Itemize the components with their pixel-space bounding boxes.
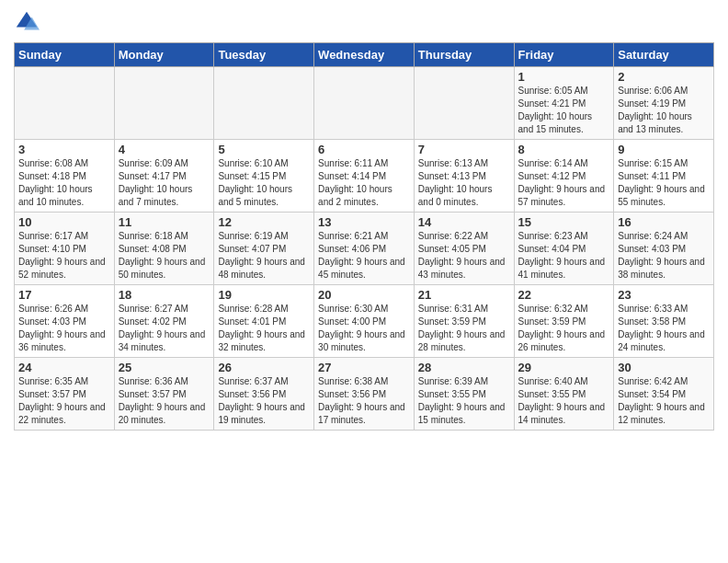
logo-icon: [14, 9, 40, 35]
calendar-cell: 9 Sunrise: 6:15 AMSunset: 4:11 PMDayligh…: [614, 140, 714, 213]
day-info: Sunrise: 6:24 AMSunset: 4:03 PMDaylight:…: [618, 230, 710, 282]
calendar-cell: 13 Sunrise: 6:21 AMSunset: 4:06 PMDaylig…: [314, 213, 415, 285]
day-info: Sunrise: 6:33 AMSunset: 3:58 PMDaylight:…: [618, 303, 710, 354]
day-info: Sunrise: 6:36 AMSunset: 3:57 PMDaylight:…: [119, 375, 210, 427]
calendar-cell: 15 Sunrise: 6:23 AMSunset: 4:04 PMDaylig…: [514, 213, 614, 285]
day-info: Sunrise: 6:08 AMSunset: 4:18 PMDaylight:…: [18, 157, 110, 209]
calendar-cell: 28 Sunrise: 6:39 AMSunset: 3:55 PMDaylig…: [414, 358, 514, 431]
day-number: 24: [18, 361, 110, 374]
calendar-cell: 16 Sunrise: 6:24 AMSunset: 4:03 PMDaylig…: [614, 213, 714, 285]
day-info: Sunrise: 6:22 AMSunset: 4:05 PMDaylight:…: [418, 230, 510, 282]
day-number: 2: [618, 70, 710, 84]
day-info: Sunrise: 6:37 AMSunset: 3:56 PMDaylight:…: [218, 375, 310, 427]
calendar-table: SundayMondayTuesdayWednesdayThursdayFrid…: [14, 42, 714, 431]
day-number: 30: [618, 361, 710, 374]
day-info: Sunrise: 6:30 AMSunset: 4:00 PMDaylight:…: [318, 303, 410, 354]
calendar-cell: 18 Sunrise: 6:27 AMSunset: 4:02 PMDaylig…: [114, 285, 214, 358]
day-info: Sunrise: 6:17 AMSunset: 4:10 PMDaylight:…: [18, 230, 110, 282]
day-number: 19: [218, 288, 310, 302]
calendar-cell: 4 Sunrise: 6:09 AMSunset: 4:17 PMDayligh…: [114, 140, 214, 213]
calendar-cell: 14 Sunrise: 6:22 AMSunset: 4:05 PMDaylig…: [414, 213, 514, 285]
header-row: SundayMondayTuesdayWednesdayThursdayFrid…: [15, 43, 714, 67]
calendar-cell: 8 Sunrise: 6:14 AMSunset: 4:12 PMDayligh…: [514, 140, 614, 213]
calendar-cell: 24 Sunrise: 6:35 AMSunset: 3:57 PMDaylig…: [15, 358, 115, 431]
day-number: 9: [618, 143, 710, 156]
calendar-cell: 20 Sunrise: 6:30 AMSunset: 4:00 PMDaylig…: [314, 285, 415, 358]
day-number: 8: [518, 143, 610, 156]
day-number: 10: [18, 215, 110, 229]
day-info: Sunrise: 6:13 AMSunset: 4:13 PMDaylight:…: [418, 157, 510, 209]
calendar-cell: [314, 67, 415, 140]
day-info: Sunrise: 6:42 AMSunset: 3:54 PMDaylight:…: [618, 375, 710, 427]
day-info: Sunrise: 6:11 AMSunset: 4:14 PMDaylight:…: [318, 157, 410, 209]
calendar-week-row: 10 Sunrise: 6:17 AMSunset: 4:10 PMDaylig…: [15, 213, 714, 285]
calendar-cell: 29 Sunrise: 6:40 AMSunset: 3:55 PMDaylig…: [514, 358, 614, 431]
day-number: 28: [418, 361, 510, 374]
weekday-header: Monday: [114, 43, 214, 67]
day-info: Sunrise: 6:27 AMSunset: 4:02 PMDaylight:…: [119, 303, 210, 354]
day-number: 7: [418, 143, 510, 156]
day-number: 21: [418, 288, 510, 302]
calendar-cell: 3 Sunrise: 6:08 AMSunset: 4:18 PMDayligh…: [15, 140, 115, 213]
day-info: Sunrise: 6:14 AMSunset: 4:12 PMDaylight:…: [518, 157, 610, 209]
calendar-cell: 7 Sunrise: 6:13 AMSunset: 4:13 PMDayligh…: [414, 140, 514, 213]
day-info: Sunrise: 6:05 AMSunset: 4:21 PMDaylight:…: [518, 85, 610, 136]
weekday-header: Friday: [514, 43, 614, 67]
calendar-week-row: 1 Sunrise: 6:05 AMSunset: 4:21 PMDayligh…: [15, 67, 714, 140]
day-info: Sunrise: 6:38 AMSunset: 3:56 PMDaylight:…: [318, 375, 410, 427]
calendar-cell: [114, 67, 214, 140]
header: [14, 9, 714, 35]
day-number: 23: [618, 288, 710, 302]
weekday-header: Thursday: [414, 43, 514, 67]
calendar-week-row: 3 Sunrise: 6:08 AMSunset: 4:18 PMDayligh…: [15, 140, 714, 213]
day-number: 18: [119, 288, 210, 302]
day-number: 25: [119, 361, 210, 374]
day-info: Sunrise: 6:23 AMSunset: 4:04 PMDaylight:…: [518, 230, 610, 282]
calendar-cell: 1 Sunrise: 6:05 AMSunset: 4:21 PMDayligh…: [514, 67, 614, 140]
calendar-cell: 30 Sunrise: 6:42 AMSunset: 3:54 PMDaylig…: [614, 358, 714, 431]
day-info: Sunrise: 6:39 AMSunset: 3:55 PMDaylight:…: [418, 375, 510, 427]
day-info: Sunrise: 6:35 AMSunset: 3:57 PMDaylight:…: [18, 375, 110, 427]
day-number: 17: [18, 288, 110, 302]
day-info: Sunrise: 6:40 AMSunset: 3:55 PMDaylight:…: [518, 375, 610, 427]
calendar-cell: 23 Sunrise: 6:33 AMSunset: 3:58 PMDaylig…: [614, 285, 714, 358]
calendar-cell: 22 Sunrise: 6:32 AMSunset: 3:59 PMDaylig…: [514, 285, 614, 358]
day-number: 12: [218, 215, 310, 229]
day-number: 5: [218, 143, 310, 156]
day-info: Sunrise: 6:10 AMSunset: 4:15 PMDaylight:…: [218, 157, 310, 209]
weekday-header: Sunday: [15, 43, 115, 67]
day-number: 3: [18, 143, 110, 156]
day-number: 4: [119, 143, 210, 156]
page-container: SundayMondayTuesdayWednesdayThursdayFrid…: [0, 0, 728, 435]
calendar-cell: 12 Sunrise: 6:19 AMSunset: 4:07 PMDaylig…: [214, 213, 314, 285]
day-info: Sunrise: 6:19 AMSunset: 4:07 PMDaylight:…: [218, 230, 310, 282]
calendar-cell: [214, 67, 314, 140]
weekday-header: Wednesday: [314, 43, 415, 67]
calendar-cell: 19 Sunrise: 6:28 AMSunset: 4:01 PMDaylig…: [214, 285, 314, 358]
weekday-header: Saturday: [614, 43, 714, 67]
calendar-cell: [15, 67, 115, 140]
day-number: 29: [518, 361, 610, 374]
calendar-week-row: 24 Sunrise: 6:35 AMSunset: 3:57 PMDaylig…: [15, 358, 714, 431]
day-number: 27: [318, 361, 410, 374]
calendar-cell: 21 Sunrise: 6:31 AMSunset: 3:59 PMDaylig…: [414, 285, 514, 358]
day-info: Sunrise: 6:21 AMSunset: 4:06 PMDaylight:…: [318, 230, 410, 282]
calendar-cell: [414, 67, 514, 140]
day-info: Sunrise: 6:06 AMSunset: 4:19 PMDaylight:…: [618, 85, 710, 136]
day-number: 16: [618, 215, 710, 229]
day-info: Sunrise: 6:31 AMSunset: 3:59 PMDaylight:…: [418, 303, 510, 354]
calendar-week-row: 17 Sunrise: 6:26 AMSunset: 4:03 PMDaylig…: [15, 285, 714, 358]
day-number: 26: [218, 361, 310, 374]
day-number: 11: [119, 215, 210, 229]
day-info: Sunrise: 6:15 AMSunset: 4:11 PMDaylight:…: [618, 157, 710, 209]
calendar-cell: 2 Sunrise: 6:06 AMSunset: 4:19 PMDayligh…: [614, 67, 714, 140]
calendar-header: SundayMondayTuesdayWednesdayThursdayFrid…: [15, 43, 714, 67]
calendar-cell: 6 Sunrise: 6:11 AMSunset: 4:14 PMDayligh…: [314, 140, 415, 213]
weekday-header: Tuesday: [214, 43, 314, 67]
calendar-body: 1 Sunrise: 6:05 AMSunset: 4:21 PMDayligh…: [15, 67, 714, 431]
day-number: 1: [518, 70, 610, 84]
calendar-cell: 17 Sunrise: 6:26 AMSunset: 4:03 PMDaylig…: [15, 285, 115, 358]
day-info: Sunrise: 6:18 AMSunset: 4:08 PMDaylight:…: [119, 230, 210, 282]
day-number: 14: [418, 215, 510, 229]
calendar-cell: 5 Sunrise: 6:10 AMSunset: 4:15 PMDayligh…: [214, 140, 314, 213]
